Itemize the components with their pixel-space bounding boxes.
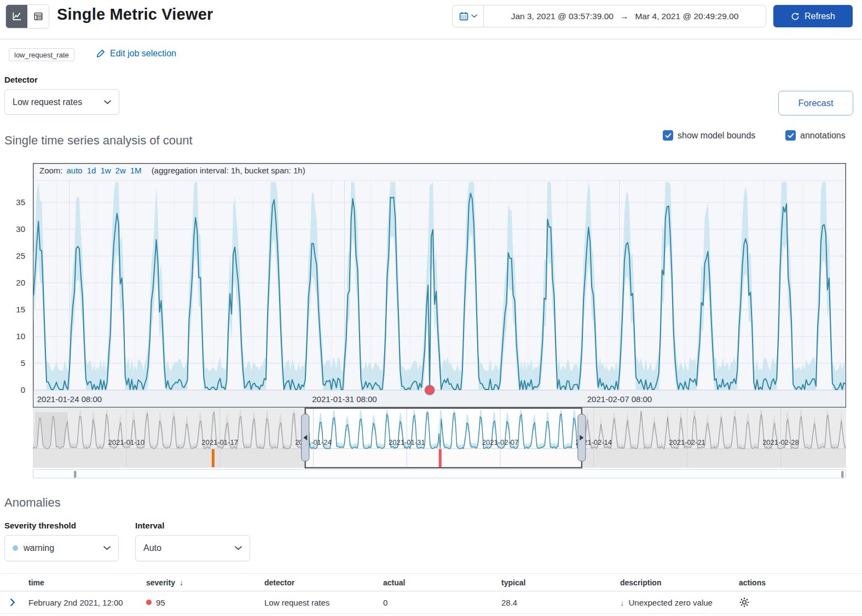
chart-view-toggle-button[interactable] — [6, 5, 27, 28]
col-typical[interactable]: typical — [501, 578, 620, 587]
severity-threshold-label: Severity threshold — [4, 521, 76, 530]
end-date-button[interactable]: Mar 4, 2021 @ 20:49:29.00 — [635, 11, 738, 21]
show-model-bounds-checkbox[interactable] — [663, 130, 673, 141]
zoom-option-2w[interactable]: 2w — [115, 166, 126, 175]
y-tick-label: 30 — [0, 224, 25, 234]
detector-select[interactable]: Low request rates — [4, 89, 119, 115]
anomaly-severity: 95 — [146, 598, 264, 607]
main-time-series-chart[interactable]: 2021-01-24 08:002021-01-31 08:002021-02-… — [33, 163, 846, 408]
detector-label: Detector — [4, 75, 38, 84]
swimlane-anomaly-mark-critical[interactable] — [439, 449, 442, 467]
chevron-down-icon — [471, 14, 477, 18]
chevron-down-icon — [235, 546, 242, 550]
calendar-icon — [459, 11, 468, 21]
y-tick-label: 35 — [0, 197, 25, 207]
anomaly-marker-dot[interactable] — [425, 386, 435, 395]
context-overview-chart[interactable]: 2021-01-102021-01-172021-01-242021-01-31… — [33, 408, 846, 479]
svg-text:2021-01-31: 2021-01-31 — [389, 438, 425, 446]
y-tick-label: 25 — [0, 251, 25, 261]
show-model-bounds-control: show model bounds — [663, 130, 755, 141]
svg-text:2021-01-17: 2021-01-17 — [201, 438, 238, 446]
line-chart-icon — [12, 11, 22, 21]
edit-job-selection-label: Edit job selection — [110, 49, 176, 59]
anomalies-table: time severity ↓ detector actual typical … — [0, 573, 862, 614]
severity-threshold-select[interactable]: warning — [4, 535, 119, 561]
view-toggle-group[interactable] — [5, 4, 49, 28]
check-icon — [665, 133, 672, 138]
refresh-label: Refresh — [805, 11, 835, 21]
y-tick-label: 10 — [0, 332, 25, 341]
severity-threshold-value: warning — [24, 543, 54, 553]
y-tick-label: 20 — [0, 278, 25, 288]
col-actual[interactable]: actual — [383, 578, 501, 587]
svg-text:2021-02-07: 2021-02-07 — [482, 438, 519, 446]
refresh-button[interactable]: Refresh — [773, 5, 853, 27]
svg-text:2021-01-24: 2021-01-24 — [295, 438, 332, 446]
arrow-down-icon: ↓ — [620, 598, 624, 607]
anomaly-table-row: February 2nd 2021, 12:00 95 Low request … — [0, 591, 862, 614]
col-actions: actions — [739, 578, 862, 587]
gear-icon[interactable] — [739, 597, 750, 608]
y-tick-label: 15 — [0, 305, 25, 315]
y-tick-label: 0 — [0, 385, 25, 395]
col-time[interactable]: time — [28, 578, 146, 587]
single-metric-viewer-page: Single Metric Viewer Jan 3, 2021 @ 03:57… — [0, 0, 862, 616]
time-range-picker[interactable]: Jan 3, 2021 @ 03:57:39.00 → Mar 4, 2021 … — [452, 5, 766, 27]
time-range-display: Jan 3, 2021 @ 03:57:39.00 → Mar 4, 2021 … — [484, 11, 766, 21]
svg-text:2021-01-31 08:00: 2021-01-31 08:00 — [312, 394, 377, 404]
start-date-button[interactable]: Jan 3, 2021 @ 03:57:39.00 — [511, 11, 614, 21]
critical-severity-dot — [146, 600, 152, 605]
detector-value: Low request rates — [13, 97, 82, 107]
zoom-option-1w[interactable]: 1w — [100, 166, 111, 175]
annotation-track-handle-left[interactable] — [74, 471, 77, 478]
zoom-option-1d[interactable]: 1d — [87, 166, 96, 175]
page-title: Single Metric Viewer — [57, 5, 213, 24]
chevron-down-icon — [104, 100, 111, 104]
svg-text:2021-01-10: 2021-01-10 — [108, 438, 144, 446]
annotations-label[interactable]: annotations — [800, 131, 846, 141]
calendar-dropdown-button[interactable] — [453, 5, 484, 27]
sort-desc-icon: ↓ — [180, 578, 183, 587]
anomaly-time: February 2nd 2021, 12:00 — [28, 598, 146, 607]
series-heading: Single time series analysis of count — [4, 133, 193, 148]
svg-text:2021-01-24 08:00: 2021-01-24 08:00 — [37, 394, 102, 404]
col-detector[interactable]: detector — [264, 578, 383, 587]
edit-job-selection-link[interactable]: Edit job selection — [96, 49, 176, 59]
table-view-toggle-button[interactable] — [27, 5, 49, 28]
forecast-button[interactable]: Forecast — [778, 91, 853, 115]
col-description[interactable]: description — [620, 578, 739, 587]
expand-row-chevron-icon[interactable] — [9, 598, 16, 606]
warning-severity-dot — [13, 545, 18, 551]
range-arrow: → — [620, 11, 629, 21]
anomalies-table-header: time severity ↓ detector actual typical … — [0, 573, 862, 591]
svg-text:2021-02-07 08:00: 2021-02-07 08:00 — [587, 394, 652, 404]
chevron-down-icon — [103, 546, 111, 550]
brush-handle-right[interactable] — [578, 414, 586, 461]
show-model-bounds-label[interactable]: show model bounds — [678, 131, 755, 141]
swimlane-anomaly-mark-major[interactable] — [212, 449, 215, 467]
zoom-option-auto[interactable]: auto — [67, 166, 83, 175]
refresh-icon — [791, 12, 800, 21]
anomalies-heading: Anomalies — [4, 496, 61, 510]
job-id-badge: low_request_rate — [9, 48, 74, 61]
anomaly-description: ↓ Unexpected zero value — [620, 598, 739, 607]
svg-text:2021-02-21: 2021-02-21 — [669, 438, 705, 446]
check-icon — [788, 133, 794, 138]
svg-text:2021-02-28: 2021-02-28 — [762, 438, 799, 446]
annotation-track-handle-right[interactable] — [841, 471, 844, 478]
annotations-checkbox[interactable] — [785, 130, 796, 141]
zoom-option-1M[interactable]: 1M — [130, 166, 142, 175]
aggregation-note: (aggregation interval: 1h, bucket span: … — [152, 166, 305, 175]
col-severity[interactable]: severity ↓ — [146, 578, 264, 587]
pencil-icon — [96, 49, 106, 59]
anomaly-typical: 28.4 — [501, 598, 620, 607]
brush-handle-left[interactable] — [302, 414, 309, 461]
header-divider — [0, 39, 862, 39]
anomaly-detector: Low request rates — [264, 598, 383, 607]
interval-select[interactable]: Auto — [135, 535, 250, 561]
interval-label: Interval — [135, 521, 164, 530]
table-icon — [33, 11, 43, 21]
y-tick-label: 5 — [0, 358, 25, 368]
annotations-control: annotations — [785, 130, 846, 141]
zoom-controls: Zoom: auto 1d 1w 2w 1M (aggregation inte… — [39, 166, 305, 175]
